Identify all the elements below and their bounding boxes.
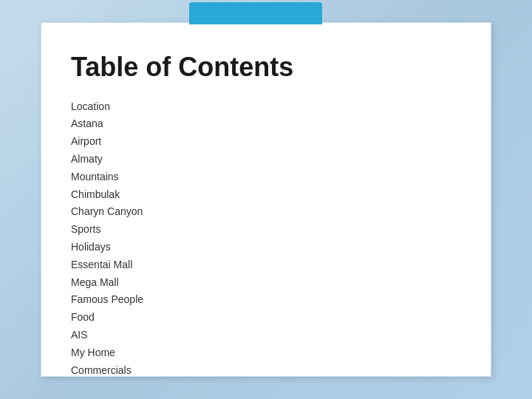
toc-item: Food <box>71 309 461 327</box>
toc-item: Holidays <box>71 239 461 256</box>
toc-item: Essentai Mall <box>71 256 461 274</box>
toc-item: Location <box>71 98 461 116</box>
toc-item: My Home <box>71 344 461 362</box>
toc-item: Mountains <box>71 168 461 186</box>
toc-item: Almaty <box>71 151 461 168</box>
toc-item: Charyn Canyon <box>71 203 461 221</box>
slide-inner: Table of Contents LocationAstanaAirportA… <box>41 23 491 399</box>
toc-item: Sports <box>71 221 461 239</box>
toc-item: Mega Mall <box>71 274 461 292</box>
toc-item: Astana <box>71 115 461 133</box>
top-tab <box>189 2 322 24</box>
slide-container: Table of Contents LocationAstanaAirportA… <box>41 22 491 377</box>
toc-item: Commercials <box>71 362 461 380</box>
toc-item: Airport <box>71 133 461 151</box>
toc-item: Famous People <box>71 291 461 309</box>
toc-item: AIS <box>71 327 461 344</box>
slide-title: Table of Contents <box>71 52 461 82</box>
toc-list: LocationAstanaAirportAlmatyMountainsChim… <box>71 98 461 380</box>
toc-item: Chimbulak <box>71 186 461 204</box>
